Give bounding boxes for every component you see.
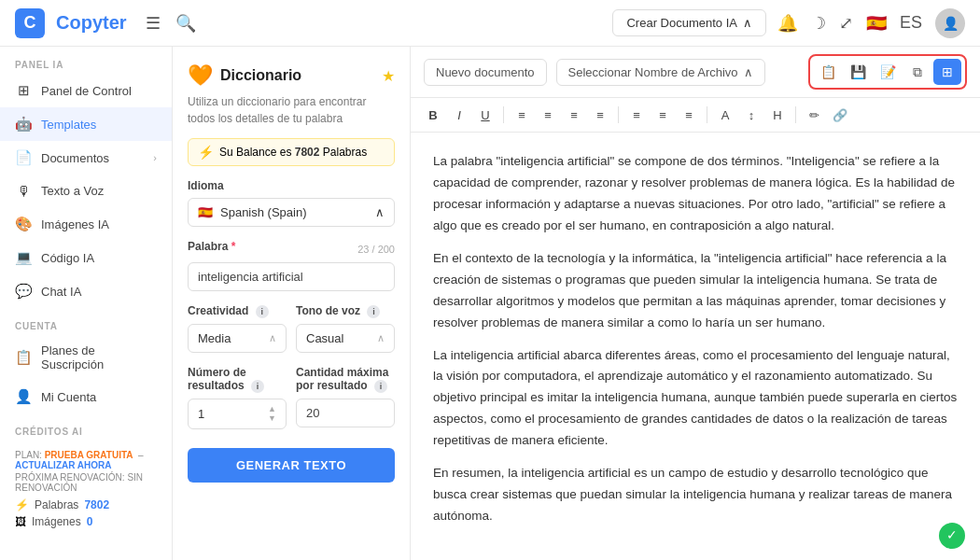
- format-divider-2: [618, 106, 619, 123]
- credits-panel: PLAN: PRUEBA GRATUITA – ACTUALIZAR AHORA…: [0, 441, 172, 538]
- palabra-label: Palabra *: [188, 240, 235, 253]
- num-resultados-input[interactable]: ▲ ▼: [188, 399, 287, 429]
- plan-free-link[interactable]: PRUEBA GRATUITA: [45, 450, 133, 460]
- language-value: Spanish (Spain): [220, 205, 307, 219]
- duplicate-button[interactable]: ⧉: [903, 59, 931, 85]
- line-height-button[interactable]: ↕: [740, 104, 763, 126]
- align-justify-button[interactable]: ≡: [589, 104, 611, 126]
- language-flag: 🇪🇸: [198, 205, 213, 219]
- doc-name-button[interactable]: Nuevo documento: [424, 59, 547, 86]
- editor-panel: Nuevo documento Seleccionar Nombre de Ar…: [411, 47, 980, 560]
- palabra-field: Palabra * 23 / 200: [188, 240, 395, 291]
- sidebar-item-label: Código IA: [41, 251, 94, 265]
- list-ordered-button[interactable]: ≡: [651, 104, 674, 126]
- search-icon[interactable]: 🔍: [175, 13, 196, 34]
- sidebar-item-panel-control[interactable]: ⊞ Panel de Control: [0, 74, 172, 107]
- sidebar-item-planes[interactable]: 📋 Planes de Suscripción: [0, 335, 172, 380]
- plans-icon: 📋: [15, 349, 32, 366]
- format-divider: [503, 106, 504, 123]
- editor-body[interactable]: La palabra "inteligencia artificial" se …: [411, 133, 980, 560]
- align-left-button[interactable]: ≡: [511, 104, 533, 126]
- sidebar-item-mi-cuenta[interactable]: 👤 Mi Cuenta: [0, 380, 172, 413]
- top-navigation: C Copyter ☰ 🔍 Crear Documento IA ∧ 🔔 ☽ ⤢…: [0, 0, 980, 47]
- chevron-up-icon: ∧: [744, 65, 753, 79]
- logo-icon: C: [15, 8, 45, 38]
- generate-text-button[interactable]: GENERAR TEXTO: [188, 448, 395, 483]
- sidebar-item-documentos[interactable]: 📄 Documentos ›: [0, 141, 172, 175]
- creatividad-field: Creatividad i Media ∧: [188, 304, 287, 353]
- tono-label: Tono de voz i: [296, 304, 395, 318]
- panel-title: Diccionario: [220, 67, 301, 84]
- num-info-icon[interactable]: i: [251, 380, 264, 393]
- cantidad-input[interactable]: [296, 399, 395, 427]
- bold-button[interactable]: B: [422, 104, 444, 126]
- create-doc-button[interactable]: Crear Documento IA ∧: [612, 9, 766, 36]
- format-divider-4: [795, 106, 796, 123]
- cuenta-section-label: CUENTA: [0, 308, 172, 335]
- creatividad-info-icon[interactable]: i: [256, 305, 269, 318]
- sidebar-item-codigo[interactable]: 💻 Código IA: [0, 241, 172, 274]
- align-center-button[interactable]: ≡: [537, 104, 559, 126]
- creatividad-select[interactable]: Media ∧: [188, 324, 287, 353]
- update-now-link[interactable]: ACTUALIZAR AHORA: [15, 460, 112, 470]
- link-button[interactable]: 🔗: [829, 104, 851, 126]
- sidebar-item-label: Templates: [41, 118, 96, 132]
- sidebar-item-label: Planes de Suscripción: [41, 343, 157, 371]
- italic-button[interactable]: I: [448, 104, 470, 126]
- list-button[interactable]: ≡: [625, 104, 648, 126]
- indent-button[interactable]: ≡: [678, 104, 700, 126]
- active-view-button[interactable]: ⊞: [933, 59, 961, 85]
- download-button[interactable]: 💾: [844, 59, 872, 85]
- sidebar-item-texto-voz[interactable]: 🎙 Texto a Voz: [0, 175, 172, 207]
- sidebar-item-label: Documentos: [41, 151, 109, 165]
- plan-line: PLAN: PRUEBA GRATUITA – ACTUALIZAR AHORA: [15, 450, 157, 470]
- imagenes-credit-row: 🖼 Imágenes 0: [15, 515, 157, 528]
- renovation-label: PRÓXIMA RENOVACIÓN: SIN RENOVACIÓN: [15, 472, 157, 493]
- heading-button[interactable]: H: [766, 104, 789, 126]
- moon-icon[interactable]: ☽: [811, 13, 826, 34]
- nav-actions: 🔔 ☽ ⤢ 🇪🇸 ES 👤: [777, 8, 965, 38]
- cantidad-field: Cantidad máxima por resultado i: [296, 366, 395, 429]
- underline-button[interactable]: U: [474, 104, 497, 126]
- avatar[interactable]: 👤: [935, 8, 965, 38]
- tono-field: Tono de voz i Casual ∧: [296, 304, 395, 353]
- code-icon: 💻: [15, 249, 32, 266]
- pencil-button[interactable]: ✏: [803, 104, 825, 126]
- editor-topbar: Nuevo documento Seleccionar Nombre de Ar…: [411, 47, 980, 98]
- mic-icon: 🎙: [15, 183, 32, 199]
- palabra-input[interactable]: [188, 262, 395, 291]
- creatividad-tono-row: Creatividad i Media ∧ Tono de voz i Casu…: [188, 304, 395, 353]
- credits-section-label: CRÉDITOS AI: [0, 413, 172, 441]
- align-right-button[interactable]: ≡: [563, 104, 585, 126]
- arrow-up-icon[interactable]: ▲: [268, 405, 276, 413]
- num-resultados-stepper[interactable]: [198, 407, 231, 421]
- word-counter: 23 / 200: [357, 244, 395, 255]
- menu-icon[interactable]: ☰: [146, 13, 161, 34]
- star-icon[interactable]: ★: [382, 67, 395, 85]
- cantidad-info-icon[interactable]: i: [374, 380, 387, 393]
- sidebar-item-imagenes[interactable]: 🎨 Imágenes IA: [0, 207, 172, 241]
- tono-info-icon[interactable]: i: [367, 305, 380, 318]
- flag-icon[interactable]: 🇪🇸: [866, 13, 887, 34]
- select-file-name-button[interactable]: Seleccionar Nombre de Archivo ∧: [556, 59, 765, 86]
- expand-icon[interactable]: ⤢: [839, 13, 853, 34]
- cantidad-label: Cantidad máxima por resultado i: [296, 366, 395, 393]
- file-text-button[interactable]: 📝: [874, 59, 902, 85]
- language-select[interactable]: 🇪🇸 Spanish (Spain) ∧: [188, 198, 395, 227]
- copy-doc-button[interactable]: 📋: [814, 59, 842, 85]
- arrow-down-icon[interactable]: ▼: [268, 414, 276, 423]
- font-color-button[interactable]: A: [714, 104, 736, 126]
- palabras-value: 7802: [84, 498, 109, 511]
- bell-icon[interactable]: 🔔: [777, 13, 798, 34]
- balance-badge: ⚡ Su Balance es 7802 Palabras: [188, 138, 395, 166]
- doc-icon: 📄: [15, 149, 32, 166]
- sidebar-item-templates[interactable]: 🤖 Templates: [0, 107, 172, 141]
- chevron-up-icon: ∧: [269, 332, 276, 344]
- tono-select[interactable]: Casual ∧: [296, 324, 395, 353]
- grid-icon: ⊞: [15, 82, 32, 99]
- chevron-right-icon: ›: [153, 152, 157, 163]
- palabras-credit-row: ⚡ Palabras 7802: [15, 498, 157, 511]
- user-icon: 👤: [15, 388, 32, 405]
- num-arrows[interactable]: ▲ ▼: [268, 405, 276, 423]
- sidebar-item-chat[interactable]: 💬 Chat IA: [0, 274, 172, 308]
